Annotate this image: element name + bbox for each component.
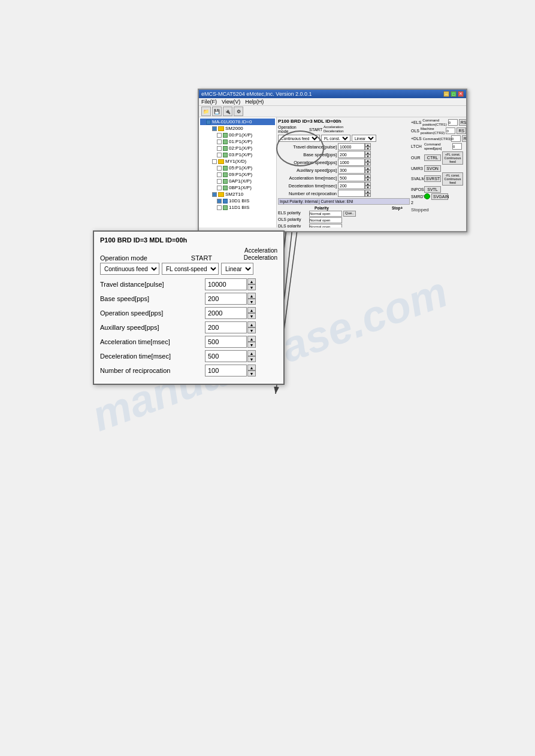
small-spin-down-5[interactable]: ▼ (365, 186, 371, 189)
menu-view[interactable]: View(V) (222, 99, 240, 105)
enlarged-spin-up-1[interactable]: ▲ (247, 293, 256, 299)
svon-button[interactable]: SVON (424, 165, 441, 172)
smrdy-led (424, 193, 430, 199)
tree-item-09p1[interactable]: 09:P1(X/P) (200, 171, 275, 178)
small-param-input-5[interactable] (338, 182, 365, 189)
small-param-input-2[interactable] (338, 159, 365, 166)
enlarged-accel-dropdown[interactable]: Linear (221, 263, 253, 275)
toolbar-btn-3[interactable]: 🔌 (223, 107, 232, 116)
small-spin-down-2[interactable]: ▼ (365, 162, 371, 166)
tree-check-09p1[interactable] (217, 172, 222, 177)
small-spin-down-1[interactable]: ▼ (365, 154, 371, 158)
tree-item-00p1[interactable]: 00:P1(X/P) (200, 132, 275, 138)
enlarged-param-input-3[interactable] (205, 321, 247, 333)
tree-check-10d1[interactable] (217, 199, 222, 204)
plus-const-button[interactable]: +FL const.Continuous feed (442, 151, 463, 165)
polarity-btn-els[interactable]: Que.. (343, 211, 356, 217)
tree-item-02p1[interactable]: 02:P1(X/P) (200, 145, 275, 151)
enlarged-param-label-3: Auxillary speed[pps] (100, 324, 205, 331)
enlarged-spin-down-0[interactable]: ▼ (247, 284, 256, 290)
polarity-input-els[interactable] (309, 211, 342, 217)
enlarged-mode-dropdown[interactable]: Continuous feed (100, 263, 159, 275)
maximize-button[interactable]: □ (451, 91, 457, 97)
enlarged-spin-1: ▲ ▼ (247, 293, 256, 305)
small-param-input-4[interactable] (338, 174, 365, 181)
tree-item-sm2000[interactable]: SM2000 (200, 125, 275, 132)
enlarged-spin-up-4[interactable]: ▲ (247, 336, 256, 342)
svtl-button[interactable]: SVTL (424, 186, 441, 193)
enlarged-spin-down-5[interactable]: ▼ (247, 356, 256, 362)
small-param-input-1[interactable] (338, 151, 365, 158)
small-spin-down-6[interactable]: ▼ (365, 193, 371, 197)
menu-help[interactable]: Help(H) (245, 99, 264, 105)
enlarged-spin-down-4[interactable]: ▼ (247, 342, 256, 348)
tree-item-10d1[interactable]: 10D1 BIS (200, 198, 275, 204)
small-spin-down-3[interactable]: ▼ (365, 170, 371, 174)
small-accel-dropdown[interactable]: Linear (352, 135, 376, 142)
enlarged-spin-down-6[interactable]: ▼ (247, 371, 256, 377)
ctrl-button[interactable]: CTRL (424, 154, 441, 161)
menu-file[interactable]: File(F) (201, 99, 217, 105)
ctr1-value[interactable] (448, 119, 458, 126)
toolbar-btn-1[interactable]: 📁 (201, 107, 211, 116)
toolbar-btn-4[interactable]: ⚙ (234, 107, 243, 116)
tree-check-sm2t10[interactable] (212, 192, 217, 197)
speed-value[interactable] (452, 143, 462, 150)
small-mode-dropdown[interactable]: Continuous feed (278, 135, 320, 142)
enlarged-param-input-4[interactable] (205, 336, 247, 348)
enlarged-spin-up-3[interactable]: ▲ (247, 321, 256, 327)
tree-check-0ap1[interactable] (217, 179, 222, 184)
tree-check-05p1[interactable] (217, 166, 222, 171)
enlarged-spin-up-2[interactable]: ▲ (247, 307, 256, 313)
tree-item-sm2t10[interactable]: SM2T10 (200, 191, 275, 198)
polarity-input-dls[interactable] (309, 224, 342, 227)
tree-item-0bp1[interactable]: 0BP1(X/P) (200, 184, 275, 191)
enlarged-speed-dropdown[interactable]: FL const-speed (162, 263, 219, 275)
enlarged-param-input-6[interactable] (205, 365, 247, 377)
minus-const-button[interactable]: -FL const.Continuous feed (442, 172, 463, 186)
tree-check-my1[interactable] (212, 159, 217, 164)
tree-check-03p1[interactable] (217, 153, 222, 157)
enlarged-spin-up-0[interactable]: ▲ (247, 278, 256, 284)
rs2-button[interactable]: RS (457, 127, 466, 134)
svgain-button[interactable]: SVGAIN (431, 193, 448, 200)
tree-item-11d1[interactable]: 11D1 BIS (200, 204, 275, 211)
close-button[interactable]: ✕ (458, 91, 464, 97)
small-param-input-0[interactable] (338, 143, 365, 150)
polarity-input-ols[interactable] (309, 217, 342, 223)
tree-item-root[interactable]: MA-01U0078.ID=0 (200, 119, 275, 125)
small-param-input-6[interactable] (338, 190, 365, 197)
small-spin-down-0[interactable]: ▼ (365, 147, 371, 150)
tree-check-02p1[interactable] (217, 146, 222, 151)
tree-item-0ap1[interactable]: 0AP1(X/P) (200, 178, 275, 184)
enlarged-spin-up-5[interactable]: ▲ (247, 350, 256, 356)
ctr2-value[interactable] (446, 127, 455, 134)
rs3-button[interactable]: RS (462, 135, 466, 142)
small-spin-down-4[interactable]: ▼ (365, 178, 371, 181)
small-speed-dropdown[interactable]: FL const. (321, 135, 350, 142)
enlarged-param-input-1[interactable] (205, 293, 247, 305)
tree-item-my1[interactable]: MY1(X/D) (200, 158, 275, 165)
tree-item-03p1[interactable]: 03:P1(X/P) (200, 151, 275, 158)
enlarged-param-input-0[interactable] (205, 278, 247, 290)
svrst-button[interactable]: SVRST (424, 175, 441, 182)
rs1-button[interactable]: RS (459, 119, 466, 126)
tree-check-11d1[interactable] (217, 205, 222, 210)
tree-check-0bp1[interactable] (217, 186, 222, 190)
enlarged-param-label-0: Travel distance[pulse] (100, 281, 205, 288)
tree-check-sm2000[interactable] (212, 126, 217, 131)
enlarged-spin-down-3[interactable]: ▼ (247, 327, 256, 333)
enlarged-spin-down-2[interactable]: ▼ (247, 313, 256, 319)
enlarged-spin-up-6[interactable]: ▲ (247, 365, 256, 371)
enlarged-spin-down-1[interactable]: ▼ (247, 299, 256, 305)
enlarged-param-input-5[interactable] (205, 350, 247, 362)
tree-item-05p1[interactable]: 05:P1(X/P) (200, 165, 275, 171)
small-param-input-3[interactable] (338, 166, 365, 174)
enlarged-param-input-2[interactable] (205, 307, 247, 319)
ctr3-value[interactable] (451, 135, 461, 142)
minimize-button[interactable]: ─ (443, 91, 449, 97)
tree-item-01p1[interactable]: 01:P1(X/P) (200, 138, 275, 145)
toolbar-btn-2[interactable]: 💾 (212, 107, 222, 116)
tree-check-01p1[interactable] (217, 139, 222, 144)
tree-check-00p1[interactable] (217, 133, 222, 138)
